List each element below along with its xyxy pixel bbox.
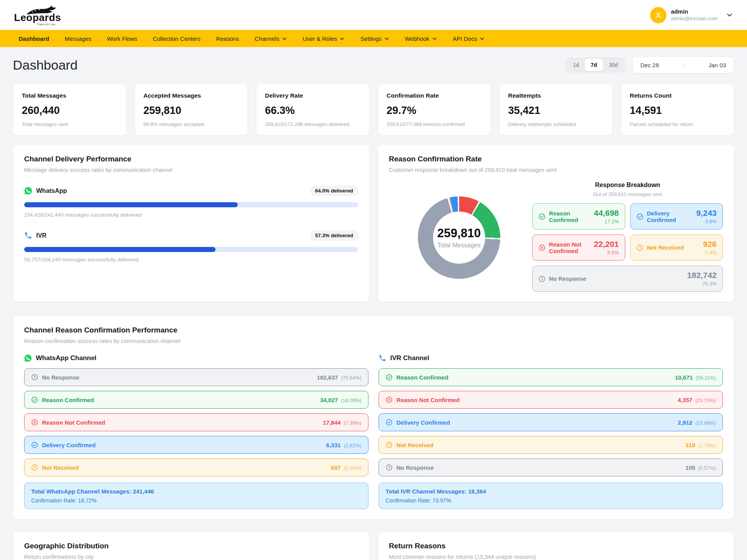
- channel-progress-block: IVR 57.3% delivered 59,757/104,240 messa…: [24, 230, 358, 262]
- breakdown-label: Delivery Confirmed: [647, 210, 685, 223]
- kpi-title: Returns Count: [630, 92, 726, 99]
- kpi-title: Accepted Messages: [144, 92, 239, 99]
- breakdown-label: Not Received: [647, 244, 684, 251]
- status-percent: (14.09%): [341, 397, 361, 403]
- status-label: Delivery Confirmed: [42, 442, 96, 448]
- nav-item[interactable]: Channels: [255, 35, 287, 42]
- progress-track: [24, 247, 358, 252]
- nav-item[interactable]: Collection Centers: [153, 35, 201, 42]
- kpi-subtitle: Total messages sent: [22, 121, 117, 127]
- breakdown-label: Reason Not Confirmed: [549, 241, 587, 254]
- panel-title: Geographic Distribution: [24, 542, 358, 550]
- chevron-down-icon: [479, 36, 485, 42]
- channel-detail: 59,757/104,240 messages successfully del…: [24, 257, 358, 262]
- whatsapp-icon: [24, 187, 32, 195]
- delivered-badge: 57.3% delivered: [310, 230, 358, 241]
- x-circle-icon: [31, 419, 38, 426]
- nav-item[interactable]: Reasons: [216, 35, 239, 42]
- total-messages-line: Total WhatsApp Channel Messages: 241,446: [31, 488, 361, 495]
- breakdown-value: 182,742: [687, 271, 717, 280]
- breakdown-card: Not Received 926 0.4%: [630, 234, 723, 261]
- nav-item-label: Messages: [65, 35, 91, 42]
- kpi-value: 66.3%: [265, 105, 361, 117]
- status-value: 17,844: [323, 419, 341, 426]
- brand-name: Leopards: [14, 12, 61, 24]
- nav-item[interactable]: Settings: [360, 35, 389, 42]
- range-button[interactable]: 1d: [567, 59, 585, 71]
- range-button[interactable]: 7d: [585, 59, 603, 71]
- chevron-down-icon: [432, 36, 437, 42]
- clock-icon: [31, 374, 38, 381]
- panel-title: Return Reasons: [389, 542, 723, 550]
- kpi-subtitle: Delivery reattempts scheduled: [508, 121, 604, 127]
- kpi-card: Reattempts 35,421 Delivery reattempts sc…: [499, 84, 613, 136]
- status-value: 607: [331, 464, 341, 471]
- panel-subtitle: Message delivery success rates by commun…: [24, 167, 358, 173]
- dashboard-page: Dashboard 1d 7d 30d Dec 28 - Jan 03 Tota…: [0, 56, 747, 560]
- app-header: Leopards There for You admin admin@eocea…: [0, 0, 747, 30]
- status-row: Delivery Confirmed 6,331 (2.62%): [24, 436, 368, 454]
- confirmation-rate-line: Confirmation Rate: 73.97%: [386, 497, 716, 504]
- status-value: 10,671: [675, 374, 693, 381]
- breakdown-value: 22,201: [594, 240, 619, 249]
- breakdown-card: Reason Confirmed 44,698 17.2%: [532, 203, 625, 229]
- date-range-picker[interactable]: Dec 28 - Jan 03: [632, 56, 734, 74]
- status-label: Not Received: [42, 464, 79, 471]
- check-circle-icon: [31, 441, 38, 448]
- range-segmented-control: 1d 7d 30d: [566, 57, 625, 73]
- nav-item[interactable]: Dashboard: [19, 35, 49, 42]
- status-percent: (23.73%): [695, 397, 716, 403]
- status-row: Reason Confirmed 34,027 (14.09%): [24, 391, 368, 409]
- nav-item[interactable]: Messages: [65, 35, 91, 42]
- leopards-logo[interactable]: Leopards There for You: [14, 4, 65, 26]
- breakdown-value: 44,698: [594, 208, 619, 218]
- status-value: 2,912: [678, 419, 693, 426]
- check-circle-icon: [538, 213, 545, 220]
- user-menu[interactable]: admin admin@eocean.com: [650, 7, 733, 23]
- status-row: No Response 105 (0.57%): [379, 458, 723, 476]
- kpi-row: Total Messages 260,440 Total messages se…: [13, 84, 734, 136]
- breakdown-card: Delivery Confirmed 9,243 3.6%: [630, 203, 723, 229]
- chevron-down-icon: [339, 36, 345, 42]
- nav-item-label: API Docs: [453, 35, 477, 42]
- status-percent: (2.62%): [344, 443, 361, 448]
- kpi-title: Total Messages: [22, 92, 117, 99]
- panel-subtitle: Return confirmations by city: [24, 554, 358, 560]
- clock-icon: [386, 464, 393, 471]
- response-donut-chart: 259,810 Total Messages: [418, 196, 500, 279]
- range-button[interactable]: 30d: [603, 59, 624, 71]
- nav-item-label: User & Roles: [303, 35, 337, 42]
- status-value: 182,637: [317, 374, 338, 381]
- whatsapp-channel-column: WhatsApp Channel No Response 182,637 (7: [24, 354, 368, 509]
- return-reasons-panel: Return Reasons Most common reasons for r…: [378, 531, 735, 560]
- status-percent: (0.25%): [344, 465, 361, 471]
- status-row: Reason Confirmed 10,671 (58.11%): [379, 368, 723, 386]
- date-to[interactable]: Jan 03: [708, 62, 726, 68]
- kpi-card: Accepted Messages 259,810 99.8% messages…: [135, 84, 248, 136]
- status-percent: (1.74%): [698, 443, 716, 448]
- person-icon: [654, 10, 663, 20]
- date-from[interactable]: Dec 28: [640, 62, 659, 68]
- breakdown-card: No Response 182,742 70.3%: [532, 266, 723, 292]
- nav-item[interactable]: API Docs: [453, 35, 485, 42]
- date-separator: -: [683, 62, 685, 68]
- column-heading: IVR Channel: [390, 354, 429, 362]
- breakdown-label: No Response: [549, 275, 586, 282]
- channel-name: IVR: [36, 232, 47, 239]
- nav-item[interactable]: Webhook: [405, 35, 437, 42]
- status-label: Delivery Confirmed: [396, 419, 450, 426]
- nav-item[interactable]: Work Flows: [107, 35, 137, 42]
- nav-item[interactable]: User & Roles: [303, 35, 345, 42]
- status-value: 6,331: [326, 442, 341, 448]
- user-name: admin: [671, 8, 717, 16]
- breakdown-percent: 17.2%: [594, 219, 619, 224]
- channel-delivery-panel: Channel Delivery Performance Message del…: [13, 144, 370, 302]
- status-percent: (0.57%): [698, 465, 716, 471]
- status-value: 105: [686, 464, 695, 471]
- clock-icon: [538, 275, 545, 282]
- kpi-subtitle: Parcels scheduled for return: [630, 121, 726, 127]
- breakdown-value: 926: [703, 240, 717, 249]
- check-circle-icon: [637, 213, 644, 220]
- status-row: Reason Not Confirmed 4,357 (23.73%): [379, 391, 723, 409]
- panel-title: Channel Reason Confirmation Performance: [24, 326, 723, 334]
